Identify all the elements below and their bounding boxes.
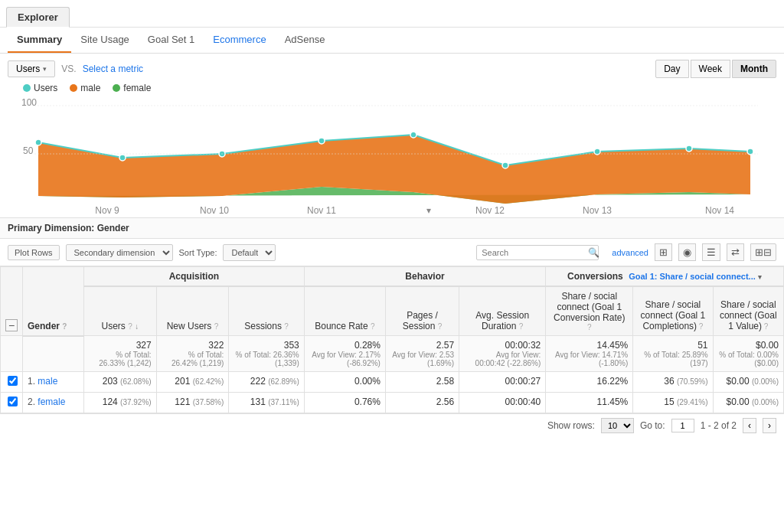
svg-text:50: 50 <box>23 145 34 156</box>
search-icon: 🔍 <box>588 247 599 258</box>
table-row: 1. male 203 (62.08%) 201 (62.42%) 222 (6… <box>1 372 784 393</box>
prev-page-btn[interactable]: ‹ <box>743 418 756 433</box>
primary-dim-value: Gender <box>97 223 129 233</box>
chart-controls-left: Users ▾ VS. Select a metric <box>8 60 143 77</box>
chart-container: Users ▾ VS. Select a metric Day Week Mon… <box>0 54 784 217</box>
svg-point-8 <box>410 132 416 138</box>
pages-help: ? <box>438 322 443 331</box>
svg-text:Nov 13: Nov 13 <box>583 205 612 215</box>
explorer-tab[interactable]: Explorer <box>6 7 70 28</box>
total-users: 327 % of Total: 26.33% (1,242) <box>84 336 157 372</box>
legend-male: male <box>70 83 100 93</box>
tab-adsense[interactable]: AdSense <box>276 28 335 53</box>
users-sort-arrow[interactable]: ↓ <box>135 322 139 331</box>
total-label-cell <box>23 336 84 372</box>
row2-gender-link[interactable]: female <box>38 397 65 407</box>
plot-rows-btn[interactable]: Plot Rows <box>8 245 60 260</box>
legend-female: female <box>113 83 151 93</box>
sort-type-select[interactable]: Default <box>223 244 276 261</box>
row2-goal-value: $0.00 (0.00%) <box>713 393 783 413</box>
rows-per-page-select[interactable]: 10 <box>601 418 634 433</box>
tab-summary[interactable]: Summary <box>8 28 71 53</box>
row2-pages: 2.56 <box>385 393 459 413</box>
legend-dot-male <box>70 84 77 92</box>
th-users: Users ? ↓ <box>84 286 157 336</box>
tab-site-usage[interactable]: Site Usage <box>71 28 139 53</box>
row1-duration: 00:00:27 <box>459 372 546 393</box>
metric-dropdown-btn[interactable]: Users ▾ <box>8 60 55 77</box>
metric-label: Users <box>16 64 40 74</box>
svg-point-4 <box>35 139 41 145</box>
table-search-input[interactable] <box>476 245 599 260</box>
chart-legend: Users male female <box>23 83 776 93</box>
svg-point-7 <box>318 138 325 144</box>
row2-duration: 00:00:40 <box>459 393 546 413</box>
total-completions: 51 % of Total: 25.89% (197) <box>633 336 713 372</box>
tab-ecommerce[interactable]: Ecommerce <box>204 28 275 53</box>
row1-checkbox[interactable] <box>8 376 18 386</box>
advanced-link[interactable]: advanced <box>612 248 648 257</box>
goal-value-help: ? <box>764 322 769 331</box>
total-avg-duration: 00:00:32 Avg for View: 00:00:42 (-22.86%… <box>459 336 546 372</box>
svg-point-9 <box>502 162 508 168</box>
completions-help: ? <box>699 322 704 331</box>
svg-text:Nov 9: Nov 9 <box>95 205 119 215</box>
primary-dimension-bar: Primary Dimension: Gender <box>0 217 784 239</box>
th-acquisition: Acquisition <box>84 267 305 287</box>
row1-completions: 36 (70.59%) <box>633 372 713 393</box>
select-metric-link[interactable]: Select a metric <box>83 64 143 74</box>
total-sessions: 353 % of Total: 26.36% (1,339) <box>229 336 304 372</box>
table-view-pie-btn[interactable]: ◉ <box>678 243 696 261</box>
goto-page-input[interactable] <box>671 419 694 432</box>
pagination-bar: Show rows: 10 Go to: 1 - 2 of 2 ‹ › <box>0 413 784 437</box>
next-page-btn[interactable]: › <box>763 418 776 433</box>
row2-checkbox[interactable] <box>8 397 18 406</box>
row1-goal-value: $0.00 (0.00%) <box>713 372 783 393</box>
users-help: ? <box>128 322 132 331</box>
th-completions: Share / social connect (Goal 1 Completio… <box>633 286 713 336</box>
sessions-help: ? <box>284 322 289 331</box>
th-minus: − <box>1 267 23 336</box>
row2-check-cell <box>1 393 23 413</box>
th-new-users: New Users ? <box>156 286 229 336</box>
table-view-pivot-btn[interactable]: ⊞⊟ <box>750 243 776 261</box>
secondary-dim-select[interactable]: Secondary dimension <box>66 244 173 261</box>
svg-text:Nov 11: Nov 11 <box>307 205 336 215</box>
table-toolbar: Plot Rows Secondary dimension Sort Type:… <box>0 239 784 266</box>
time-btn-week[interactable]: Week <box>691 60 730 78</box>
data-table: − Gender ? Acquisition Behavior Conversi… <box>0 266 784 413</box>
total-conv-rate: 14.45% Avg for View: 14.71% (-1.80%) <box>546 336 633 372</box>
goal-select-link[interactable]: Goal 1: Share / social connect... <box>629 272 756 281</box>
th-conversions: Conversions Goal 1: Share / social conne… <box>546 267 784 287</box>
time-btn-month[interactable]: Month <box>732 60 776 78</box>
legend-users: Users <box>23 83 57 93</box>
table-view-grid-btn[interactable]: ⊞ <box>655 243 672 261</box>
new-users-help: ? <box>214 322 219 331</box>
page-range-label: 1 - 2 of 2 <box>701 420 737 431</box>
th-bounce-rate: Bounce Rate ? <box>304 286 385 336</box>
table-view-list-btn[interactable]: ☰ <box>702 243 720 261</box>
th-sessions: Sessions ? <box>229 286 304 336</box>
duration-help: ? <box>519 322 524 331</box>
row1-bounce: 0.00% <box>304 372 385 393</box>
svg-point-5 <box>119 155 126 161</box>
row1-check-cell <box>1 372 23 393</box>
total-row: 327 % of Total: 26.33% (1,242) 322 % of … <box>1 336 784 372</box>
row2-users: 124 (37.92%) <box>84 393 157 413</box>
th-avg-duration: Avg. Session Duration ? <box>459 286 546 336</box>
tab-goal-set1[interactable]: Goal Set 1 <box>139 28 204 53</box>
row1-gender-link[interactable]: male <box>38 376 57 387</box>
time-btn-day[interactable]: Day <box>655 60 688 78</box>
collapse-btn[interactable]: − <box>5 319 18 331</box>
svg-text:Nov 14: Nov 14 <box>705 205 734 215</box>
sort-type-label: Sort Type: <box>179 248 217 257</box>
legend-label-female: female <box>123 83 151 93</box>
svg-text:▾: ▾ <box>426 205 431 215</box>
th-behavior: Behavior <box>304 267 545 287</box>
show-rows-label: Show rows: <box>547 420 595 431</box>
goal-dropdown-arrow: ▾ <box>758 273 762 281</box>
th-gender: Gender ? <box>23 267 84 336</box>
legend-label-male: male <box>80 83 100 93</box>
sub-tabs-bar: Summary Site Usage Goal Set 1 Ecommerce … <box>0 28 784 54</box>
table-view-compare-btn[interactable]: ⇄ <box>727 243 744 261</box>
